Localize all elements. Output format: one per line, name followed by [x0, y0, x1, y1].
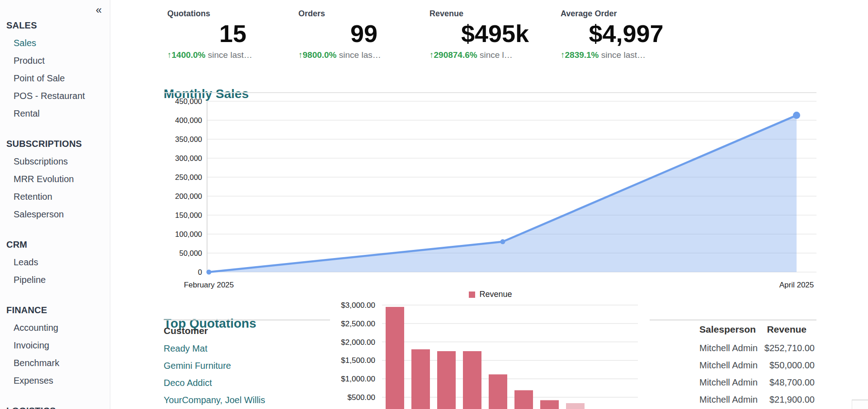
kpi-delta-percent: ↑1400.0%: [167, 50, 206, 60]
svg-text:250,000: 250,000: [175, 173, 202, 181]
svg-text:$1,500.00: $1,500.00: [341, 356, 375, 365]
salesperson-table-row: Mitchell Admin$48,700.00: [650, 374, 816, 391]
kpi-label: Average Order: [561, 9, 692, 19]
sidebar-item-invoicing[interactable]: Invoicing: [0, 337, 110, 354]
kpi-value: $4,997: [561, 19, 692, 47]
kpi-label: Orders: [298, 9, 429, 19]
svg-text:$500.00: $500.00: [348, 393, 375, 402]
svg-text:$2,000.00: $2,000.00: [341, 338, 375, 347]
bar-chart-legend: Revenue: [335, 290, 646, 299]
sidebar-item-rental[interactable]: Rental: [0, 105, 110, 122]
sidebar-item-subscriptions[interactable]: Subscriptions: [0, 153, 110, 170]
sidebar-item-mrr-evolution[interactable]: MRR Evolution: [0, 170, 110, 188]
sidebar-item-accounting[interactable]: Accounting: [0, 319, 110, 337]
sidebar-item-leads[interactable]: Leads: [0, 254, 110, 271]
revenue-header: Revenue: [754, 324, 816, 335]
customer-list: Ready MatGemini FurnitureDeco AddictYour…: [164, 340, 330, 409]
revenue-legend-label: Revenue: [479, 290, 512, 299]
sidebar-item-retention[interactable]: Retention: [0, 188, 110, 206]
kpi-delta: ↑290874.6% since l…: [429, 50, 561, 60]
kpi-delta-text: since las…: [337, 50, 381, 60]
svg-text:200,000: 200,000: [175, 192, 202, 200]
customer-link-gemini-furniture[interactable]: Gemini Furniture: [164, 357, 330, 374]
sidebar-item-pos-restaurant[interactable]: POS - Restaurant: [0, 87, 110, 105]
salesperson-cell: Mitchell Admin: [650, 360, 754, 371]
kpi-delta: ↑9800.0% since las…: [298, 50, 429, 60]
kpi-delta-text: since l…: [477, 50, 513, 60]
kpi-value: 99: [298, 19, 429, 47]
salesperson-table-row: Mitchell Admin$21,900.00: [650, 391, 816, 408]
svg-text:450,000: 450,000: [175, 97, 202, 105]
svg-text:300,000: 300,000: [175, 154, 202, 162]
svg-text:350,000: 350,000: [175, 135, 202, 143]
salesperson-table-row: Mitchell Admin$252,710.00: [650, 339, 816, 357]
sidebar-nav: SALESSalesProductPoint of SalePOS - Rest…: [0, 0, 110, 409]
customer-link-deco-addict[interactable]: Deco Addict: [164, 374, 330, 391]
kpi-value: 15: [167, 19, 298, 47]
top-quotations-bar-chart: $3,000.00$2,500.00$2,000.00$1,500.00$1,0…: [335, 298, 646, 409]
revenue-cell: $21,900.00: [754, 395, 816, 405]
svg-text:$1,000.00: $1,000.00: [341, 375, 375, 383]
kpi-revenue: Revenue$495k↑290874.6% since l…: [429, 9, 561, 60]
sidebar-section-logistics: LOGISTICS: [0, 402, 110, 409]
kpi-average-order: Average Order$4,997↑2839.1% since last…: [561, 9, 692, 60]
svg-text:$3,000.00: $3,000.00: [341, 301, 375, 310]
svg-text:150,000: 150,000: [175, 211, 202, 219]
svg-text:400,000: 400,000: [175, 116, 202, 124]
salesperson-table-row: Mitchell Admin$50,000.00: [650, 357, 816, 374]
sidebar-section-crm: CRM: [0, 236, 110, 254]
top-quotations-divider: [164, 320, 330, 320]
sidebar-item-point-of-sale[interactable]: Point of Sale: [0, 70, 110, 87]
sidebar-section-subscriptions: SUBSCRIPTIONS: [0, 135, 110, 153]
kpi-delta-text: since last…: [599, 50, 646, 60]
dashboard-page: « SALESSalesProductPoint of SalePOS - Re…: [0, 0, 868, 409]
monthly-sales-divider: [164, 92, 816, 93]
kpi-delta-percent: ↑9800.0%: [298, 50, 337, 60]
kpi-orders: Orders99↑9800.0% since las…: [298, 9, 429, 60]
svg-text:February 2025: February 2025: [184, 281, 234, 289]
svg-text:50,000: 50,000: [179, 249, 202, 257]
sidebar-collapse-icon[interactable]: «: [96, 5, 102, 15]
sidebar: « SALESSalesProductPoint of SalePOS - Re…: [0, 0, 110, 409]
kpi-value: $495k: [429, 19, 561, 47]
salesperson-cell: Mitchell Admin: [650, 395, 754, 405]
scrollbar-corner: [852, 400, 868, 409]
sidebar-section-finance: FINANCE: [0, 301, 110, 319]
salesperson-table-header-row: Salesperson Revenue: [650, 320, 816, 339]
salesperson-table-body: Mitchell Admin$252,710.00Mitchell Admin$…: [650, 339, 816, 408]
sidebar-item-sales[interactable]: Sales: [0, 34, 110, 52]
sidebar-item-product[interactable]: Product: [0, 52, 110, 70]
revenue-cell: $50,000.00: [754, 360, 816, 371]
kpi-delta: ↑1400.0% since last…: [167, 50, 298, 60]
kpi-label: Revenue: [429, 9, 561, 19]
svg-text:0: 0: [198, 268, 202, 276]
customer-link-ready-mat[interactable]: Ready Mat: [164, 340, 330, 357]
kpi-quotations: Quotations15↑1400.0% since last…: [167, 9, 298, 60]
kpi-delta-text: since last…: [206, 50, 252, 60]
customer-column-header: Customer: [164, 325, 208, 336]
kpi-delta: ↑2839.1% since last…: [561, 50, 692, 60]
customer-link-yourcompany-joel-willis[interactable]: YourCompany, Joel Willis: [164, 391, 330, 409]
salesperson-cell: Mitchell Admin: [650, 377, 754, 388]
sidebar-section-sales: SALES: [0, 17, 110, 34]
sidebar-item-salesperson[interactable]: Salesperson: [0, 206, 110, 223]
svg-text:$2,500.00: $2,500.00: [341, 320, 375, 328]
sidebar-item-benchmark[interactable]: Benchmark: [0, 354, 110, 372]
salesperson-cell: Mitchell Admin: [650, 343, 754, 353]
kpi-delta-percent: ↑2839.1%: [561, 50, 599, 60]
kpi-row: Quotations15↑1400.0% since last…Orders99…: [167, 9, 692, 60]
kpi-label: Quotations: [167, 9, 298, 19]
sidebar-item-pipeline[interactable]: Pipeline: [0, 271, 110, 289]
svg-text:April 2025: April 2025: [779, 281, 814, 289]
salesperson-header: Salesperson: [650, 324, 754, 335]
revenue-cell: $48,700.00: [754, 377, 816, 388]
kpi-delta-percent: ↑290874.6%: [429, 50, 477, 60]
svg-text:100,000: 100,000: [175, 230, 202, 238]
sidebar-item-expenses[interactable]: Expenses: [0, 372, 110, 390]
monthly-sales-chart: 050,000100,000150,000200,000250,000300,0…: [164, 95, 823, 290]
salesperson-table: Salesperson Revenue Mitchell Admin$252,7…: [650, 320, 816, 408]
revenue-legend-swatch: [469, 291, 475, 298]
revenue-cell: $252,710.00: [754, 343, 816, 353]
